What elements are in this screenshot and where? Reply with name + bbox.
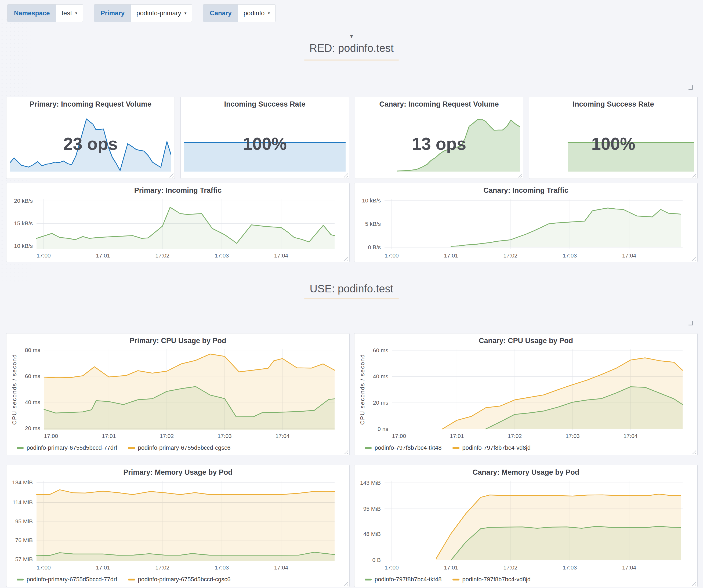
svg-text:17:04: 17:04 bbox=[274, 564, 288, 571]
variable-value-dropdown[interactable]: podinfo-primary▾ bbox=[131, 5, 192, 22]
svg-text:17:00: 17:00 bbox=[44, 433, 58, 439]
legend-item[interactable]: podinfo-primary-6755d5bccd-cgsc6 bbox=[128, 444, 231, 451]
svg-text:17:03: 17:03 bbox=[563, 252, 577, 259]
legend-swatch-icon bbox=[365, 579, 372, 581]
row-header-use: USE: podinfo.test bbox=[0, 282, 703, 300]
chart-canary-cpu-usage: 0 ns20 ms40 ms60 ms17:0017:0117:0217:031… bbox=[355, 346, 697, 441]
chart-legend: podinfo-797f8b7bc4-tkt48podinfo-797f8b7b… bbox=[365, 576, 531, 583]
panel-resize-handle[interactable] bbox=[344, 581, 348, 586]
svg-text:15 kB/s: 15 kB/s bbox=[14, 220, 33, 226]
panel-resize-handle[interactable] bbox=[343, 173, 348, 177]
stat-panels-row: Primary: Incoming Request Volume23 opsIn… bbox=[0, 97, 703, 179]
panel-title[interactable]: Primary: CPU Usage by Pod bbox=[6, 337, 349, 345]
panel-title[interactable]: Canary: Memory Usage by Pod bbox=[355, 468, 697, 477]
panel-resize-handle[interactable] bbox=[692, 581, 696, 586]
variable-value-dropdown[interactable]: test▾ bbox=[56, 5, 82, 22]
panel-canary-memory-usage: Canary: Memory Usage by Pod0 B48 MiB95 M… bbox=[354, 465, 698, 587]
row-title-red[interactable]: RED: podinfo.test bbox=[0, 42, 703, 54]
svg-text:17:00: 17:00 bbox=[36, 252, 51, 259]
chart-legend: podinfo-primary-6755d5bccd-77drfpodinfo-… bbox=[17, 444, 230, 451]
legend-item[interactable]: podinfo-primary-6755d5bccd-77drf bbox=[17, 444, 118, 451]
panel-resize-handle[interactable] bbox=[692, 173, 696, 177]
svg-text:17:04: 17:04 bbox=[624, 433, 638, 439]
svg-text:17:04: 17:04 bbox=[622, 252, 636, 259]
panel-title[interactable]: Primary: Incoming Request Volume bbox=[6, 100, 174, 108]
legend-series-name: podinfo-797f8b7bc4-vd8jd bbox=[462, 444, 531, 451]
svg-text:20 ms: 20 ms bbox=[373, 400, 388, 406]
panel-resize-handle[interactable] bbox=[518, 173, 522, 177]
variable-chip-canary: Canarypodinfo▾ bbox=[203, 4, 276, 22]
panel-resize-handle[interactable] bbox=[344, 450, 348, 454]
svg-text:17:01: 17:01 bbox=[450, 433, 464, 439]
panel-title[interactable]: Canary: CPU Usage by Pod bbox=[355, 337, 697, 345]
row-header-red: ▾ RED: podinfo.test bbox=[0, 33, 703, 61]
svg-text:17:03: 17:03 bbox=[215, 252, 229, 259]
svg-text:95 MiB: 95 MiB bbox=[15, 518, 33, 524]
legend-series-name: podinfo-primary-6755d5bccd-cgsc6 bbox=[138, 576, 231, 583]
panel-canary-incoming-traffic: Canary: Incoming Traffic0 B/s5 kB/s10 kB… bbox=[354, 183, 698, 262]
y-axis-label: CPU seconds / second bbox=[359, 354, 366, 425]
svg-text:10 kB/s: 10 kB/s bbox=[362, 197, 381, 203]
panel-resize-handle[interactable] bbox=[692, 450, 696, 454]
panel-primary-cpu-usage: Primary: CPU Usage by Pod20 ms40 ms60 ms… bbox=[6, 333, 349, 455]
legend-item[interactable]: podinfo-797f8b7bc4-tkt48 bbox=[365, 444, 442, 451]
stat-value: 100% bbox=[529, 134, 697, 154]
panel-title[interactable]: Canary: Incoming Traffic bbox=[355, 186, 697, 195]
variable-label: Primary bbox=[94, 5, 131, 22]
panel-title[interactable]: Canary: Incoming Request Volume bbox=[355, 100, 523, 108]
chart-legend: podinfo-primary-6755d5bccd-77drfpodinfo-… bbox=[17, 576, 230, 583]
panel-title[interactable]: Incoming Success Rate bbox=[529, 100, 697, 108]
svg-text:0 ns: 0 ns bbox=[378, 426, 388, 432]
panel-title[interactable]: Incoming Success Rate bbox=[181, 100, 349, 108]
svg-text:17:02: 17:02 bbox=[503, 564, 518, 571]
chart-canary-memory-usage: 0 B48 MiB95 MiB143 MiB17:0017:0117:0217:… bbox=[355, 478, 697, 572]
chevron-down-icon[interactable]: ▾ bbox=[0, 33, 703, 39]
svg-text:17:00: 17:00 bbox=[385, 564, 399, 571]
legend-swatch-icon bbox=[17, 447, 24, 449]
cpu-panels-row: Primary: CPU Usage by Pod20 ms40 ms60 ms… bbox=[0, 333, 703, 455]
svg-text:10 kB/s: 10 kB/s bbox=[14, 243, 33, 249]
row-title-underline bbox=[304, 60, 399, 61]
variable-value-dropdown[interactable]: podinfo▾ bbox=[238, 5, 275, 22]
panel-canary-success-rate: Incoming Success Rate100% bbox=[529, 97, 698, 179]
panel-primary-success-rate: Incoming Success Rate100% bbox=[180, 97, 349, 179]
legend-swatch-icon bbox=[453, 447, 459, 449]
chart-primary-cpu-usage: 20 ms40 ms60 ms80 ms17:0017:0117:0217:03… bbox=[6, 346, 349, 441]
svg-text:17:00: 17:00 bbox=[392, 433, 406, 439]
legend-swatch-icon bbox=[128, 579, 135, 581]
legend-item[interactable]: podinfo-797f8b7bc4-vd8jd bbox=[453, 576, 531, 583]
legend-series-name: podinfo-primary-6755d5bccd-77drf bbox=[26, 444, 118, 451]
panel-title[interactable]: Primary: Incoming Traffic bbox=[6, 186, 349, 195]
svg-text:17:02: 17:02 bbox=[155, 564, 169, 571]
svg-text:134 MiB: 134 MiB bbox=[12, 479, 33, 486]
row-resize-corner-icon[interactable] bbox=[689, 85, 693, 90]
svg-text:60 ms: 60 ms bbox=[373, 347, 388, 353]
chevron-down-icon: ▾ bbox=[75, 11, 77, 16]
svg-text:0 B: 0 B bbox=[372, 557, 381, 563]
svg-text:17:02: 17:02 bbox=[155, 252, 169, 259]
legend-item[interactable]: podinfo-797f8b7bc4-tkt48 bbox=[365, 576, 442, 583]
svg-text:17:01: 17:01 bbox=[444, 564, 458, 571]
chevron-down-icon: ▾ bbox=[184, 11, 186, 16]
panel-title[interactable]: Primary: Memory Usage by Pod bbox=[6, 468, 349, 477]
chart-canary-incoming-traffic: 0 B/s5 kB/s10 kB/s17:0017:0117:0217:0317… bbox=[355, 196, 697, 260]
chart-primary-memory-usage: 57 MiB76 MiB95 MiB114 MiB134 MiB17:0017:… bbox=[6, 478, 349, 572]
legend-series-name: podinfo-797f8b7bc4-vd8jd bbox=[462, 576, 531, 583]
svg-text:20 kB/s: 20 kB/s bbox=[14, 197, 33, 204]
chevron-down-icon: ▾ bbox=[268, 11, 270, 16]
variables-bar: Namespacetest▾Primarypodinfo-primary▾Can… bbox=[0, 0, 703, 22]
legend-item[interactable]: podinfo-primary-6755d5bccd-77drf bbox=[17, 576, 118, 583]
svg-text:17:02: 17:02 bbox=[508, 433, 522, 439]
panel-canary-cpu-usage: Canary: CPU Usage by Pod0 ns20 ms40 ms60… bbox=[354, 333, 698, 455]
svg-text:40 ms: 40 ms bbox=[25, 399, 40, 405]
legend-item[interactable]: podinfo-797f8b7bc4-vd8jd bbox=[453, 444, 531, 451]
row-title-use[interactable]: USE: podinfo.test bbox=[0, 282, 703, 295]
legend-swatch-icon bbox=[17, 579, 24, 581]
svg-text:80 ms: 80 ms bbox=[25, 347, 40, 353]
legend-item[interactable]: podinfo-primary-6755d5bccd-cgsc6 bbox=[128, 576, 231, 583]
legend-swatch-icon bbox=[365, 447, 372, 449]
row-resize-corner-icon[interactable] bbox=[689, 321, 693, 325]
panel-resize-handle[interactable] bbox=[169, 173, 173, 177]
svg-text:17:02: 17:02 bbox=[160, 433, 174, 439]
svg-text:17:03: 17:03 bbox=[215, 564, 229, 571]
